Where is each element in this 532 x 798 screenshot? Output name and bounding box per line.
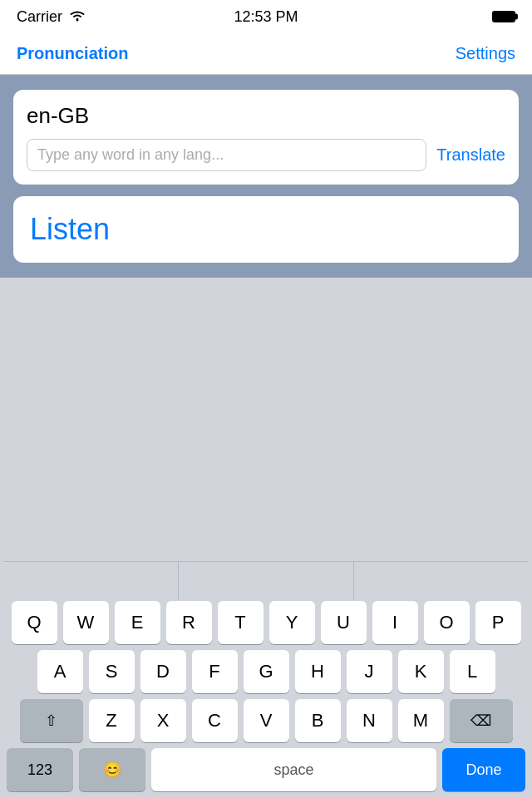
status-time: 12:53 PM [234,8,298,26]
input-card: en-GB Translate [13,90,519,185]
carrier-label: Carrier [17,8,62,26]
key-s[interactable]: S [89,650,135,693]
key-u[interactable]: U [321,601,367,644]
numbers-key[interactable]: 123 [7,748,73,791]
key-b[interactable]: B [295,699,341,742]
suggestions-row [3,561,529,599]
suggestion-center[interactable] [179,562,354,599]
keyboard-row-2: A S D F G H J K L [3,650,529,693]
key-q[interactable]: Q [12,601,57,644]
translate-button[interactable]: Translate [436,145,505,165]
shift-key[interactable]: ⇧ [20,699,83,742]
suggestion-left[interactable] [3,562,179,599]
key-c[interactable]: C [192,699,238,742]
wifi-icon [69,8,86,26]
suggestion-right[interactable] [354,562,529,599]
keyboard-row-1: Q W E R T Y U I O P [3,601,529,644]
key-j[interactable]: J [347,650,392,693]
word-input[interactable] [27,139,426,171]
input-row: Translate [27,139,505,171]
nav-title: Pronunciation [17,44,128,63]
key-p[interactable]: P [475,601,521,644]
space-key[interactable]: space [151,748,436,791]
listen-label[interactable]: Listen [30,212,110,247]
key-f[interactable]: F [192,650,238,693]
key-z[interactable]: Z [89,699,135,742]
key-o[interactable]: O [424,601,470,644]
key-y[interactable]: Y [269,601,315,644]
nav-bar: Pronunciation Settings [0,33,532,75]
status-bar: Carrier 12:53 PM [0,0,532,33]
key-k[interactable]: K [398,650,444,693]
settings-button[interactable]: Settings [456,44,515,63]
keyboard: Q W E R T Y U I O P A S D F G H J K L ⇧ … [0,554,532,798]
key-t[interactable]: T [218,601,264,644]
key-n[interactable]: N [347,699,392,742]
key-v[interactable]: V [244,699,289,742]
key-g[interactable]: G [244,650,289,693]
key-d[interactable]: D [140,650,186,693]
key-w[interactable]: W [63,601,109,644]
key-m[interactable]: M [398,699,444,742]
keyboard-row-3: ⇧ Z X C V B N M ⌫ [3,699,529,742]
battery-icon [492,11,515,22]
key-h[interactable]: H [295,650,341,693]
key-i[interactable]: I [372,601,418,644]
key-r[interactable]: R [166,601,212,644]
key-a[interactable]: A [37,650,83,693]
key-x[interactable]: X [140,699,186,742]
listen-card[interactable]: Listen [13,196,519,263]
language-label: en-GB [27,103,505,129]
key-e[interactable]: E [115,601,160,644]
main-content: en-GB Translate Listen [0,75,532,278]
key-l[interactable]: L [450,650,495,693]
svg-point-0 [76,18,79,21]
delete-key[interactable]: ⌫ [450,699,513,742]
emoji-key[interactable]: 😊 [79,748,145,791]
keyboard-row-4: 123 😊 space Done [3,748,529,791]
done-key[interactable]: Done [442,748,525,791]
